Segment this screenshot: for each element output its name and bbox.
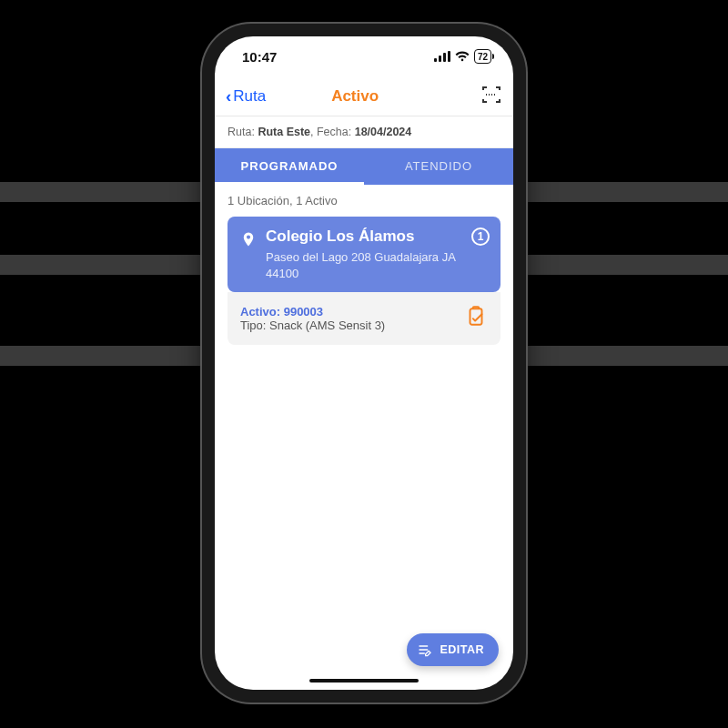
route-info: Ruta: Ruta Este, Fecha: 18/04/2024 — [215, 116, 513, 148]
tab-programado[interactable]: PROGRAMADO — [215, 148, 364, 185]
location-card[interactable]: Colegio Los Álamos Paseo del Lago 208 Gu… — [228, 217, 500, 292]
tab-atendido[interactable]: ATENDIDO — [364, 148, 513, 185]
home-indicator — [309, 679, 419, 682]
svg-rect-2 — [443, 53, 446, 62]
content-area: EDITAR — [215, 358, 513, 690]
date-label: Fecha: — [317, 126, 351, 138]
screen: 10:47 72 ‹ Ruta Activo Ruta: Ruta Este, … — [215, 36, 513, 690]
status-right: 72 — [434, 49, 491, 64]
location-pin-icon — [240, 229, 257, 281]
asset-id: Activo: 990003 — [240, 305, 385, 318]
asset-type: Tipo: Snack (AMS Sensit 3) — [240, 318, 385, 332]
location-title: Colegio Los Álamos — [266, 228, 488, 246]
edit-fab-label: EDITAR — [440, 643, 484, 656]
scan-button[interactable] — [480, 84, 502, 109]
barcode-scan-icon — [480, 84, 502, 106]
summary-line: 1 Ubicación, 1 Activo — [215, 185, 513, 217]
svg-rect-1 — [439, 56, 441, 62]
edit-list-icon — [418, 642, 432, 657]
clipboard-check-icon[interactable] — [464, 305, 488, 332]
battery-icon: 72 — [474, 49, 491, 64]
svg-rect-0 — [434, 58, 437, 62]
route-label: Ruta: — [228, 126, 255, 138]
asset-row[interactable]: Activo: 990003 Tipo: Snack (AMS Sensit 3… — [228, 292, 500, 345]
edit-fab[interactable]: EDITAR — [407, 633, 499, 666]
route-name: Ruta Este — [258, 126, 310, 138]
tabs: PROGRAMADO ATENDIDO — [215, 148, 513, 185]
location-address: Paseo del Lago 208 Guadalajara JA 44100 — [266, 249, 488, 281]
phone-frame: 10:47 72 ‹ Ruta Activo Ruta: Ruta Este, … — [202, 24, 526, 703]
location-count-badge: 1 — [471, 228, 490, 246]
svg-rect-3 — [448, 51, 450, 62]
asset-info: Activo: 990003 Tipo: Snack (AMS Sensit 3… — [240, 305, 385, 332]
wifi-icon — [455, 51, 470, 62]
location-body: Colegio Los Álamos Paseo del Lago 208 Gu… — [266, 228, 488, 281]
nav-bar: ‹ Ruta Activo — [215, 76, 513, 116]
page-title: Activo — [229, 87, 480, 106]
cellular-icon — [434, 51, 450, 62]
route-date: 18/04/2024 — [355, 126, 412, 138]
status-time: 10:47 — [242, 49, 277, 65]
status-bar: 10:47 72 — [215, 36, 513, 76]
